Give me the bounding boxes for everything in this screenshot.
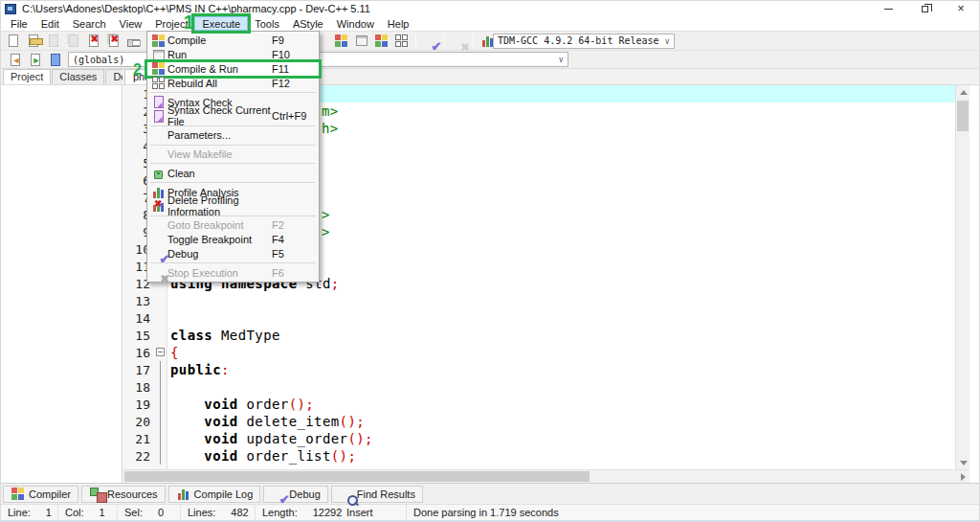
new-file-button[interactable]: [4, 33, 22, 50]
scroll-right-button[interactable]: [956, 470, 969, 483]
menu-item-label: Debug: [167, 248, 272, 260]
menu-item-rebuild-all[interactable]: Rebuild AllF12: [147, 76, 319, 90]
menu-item-icon-slot: [149, 48, 167, 61]
bottom-tab-compiler[interactable]: Compiler: [3, 486, 78, 503]
debug-check-button[interactable]: [421, 33, 439, 50]
scroll-up-button[interactable]: [956, 85, 970, 99]
vertical-scroll-thumb[interactable]: [957, 101, 969, 131]
fold-guide-line: [160, 447, 161, 465]
find-results-tab-icon: [339, 488, 353, 501]
menu-help[interactable]: Help: [381, 16, 416, 31]
close-file-button[interactable]: [84, 33, 102, 50]
status-value: 0: [158, 507, 164, 518]
bottom-tab-debug[interactable]: Debug: [263, 486, 327, 503]
menu-project[interactable]: Project: [148, 16, 194, 31]
run-button[interactable]: [352, 33, 370, 50]
restore-button[interactable]: [906, 1, 943, 16]
close-all-button[interactable]: [104, 33, 122, 50]
menu-item-parameters[interactable]: Parameters...: [147, 128, 319, 143]
goto-bookmark-button[interactable]: [46, 51, 64, 68]
status-cell-sel: Sel:0: [118, 505, 181, 520]
minimize-button[interactable]: [870, 1, 906, 16]
code-token: h>: [322, 121, 339, 136]
compile-button[interactable]: [332, 33, 350, 50]
project-panel: ProjectClassesDebug: [1, 69, 122, 483]
toolbar-separator: [444, 34, 445, 48]
rebuild-all-button[interactable]: [392, 33, 411, 50]
menu-item-shortcut: F5: [272, 248, 316, 260]
menu-item-compile-run[interactable]: Compile & RunF112: [147, 62, 319, 77]
status-label: Done parsing in 1.719 seconds: [413, 507, 559, 518]
menu-item-shortcut: F10: [272, 49, 316, 60]
menu-item-clean[interactable]: Clean: [147, 166, 319, 180]
menu-item-label: Goto Breakpoint: [167, 219, 272, 231]
compiler-profile-value: TDM-GCC 4.9.2 64-bit Release: [498, 35, 659, 46]
close-button[interactable]: ×: [943, 1, 979, 16]
menu-item-run[interactable]: RunF10: [147, 48, 319, 62]
menu-item-syntax-check-current-file[interactable]: Syntax Check Current FileCtrl+F9: [147, 109, 319, 124]
panel-tab-classes[interactable]: Classes: [52, 69, 104, 84]
profile-analysis-icon: [151, 186, 166, 199]
toggle-bookmark-button[interactable]: [26, 51, 44, 68]
gutter-line-15: 15: [122, 327, 167, 344]
horizontal-scroll-thumb[interactable]: [124, 471, 590, 482]
menu-item-compile[interactable]: CompileF9: [147, 34, 319, 48]
menu-item-toggle-breakpoint[interactable]: Toggle BreakpointF4: [147, 233, 319, 247]
code-token: MedType: [212, 328, 280, 343]
status-cell-insert: Insert: [340, 505, 407, 520]
menu-item-icon-slot: [149, 266, 167, 280]
print-icon: [126, 34, 141, 48]
print-button[interactable]: [124, 33, 143, 50]
code-line-13: [167, 292, 955, 309]
compiler-profile-select[interactable]: TDM-GCC 4.9.2 64-bit Release ∨: [493, 34, 675, 49]
fold-marker-icon[interactable]: −: [156, 348, 165, 356]
menu-item-debug[interactable]: DebugF5: [147, 246, 319, 261]
compile-run-button[interactable]: [372, 33, 390, 50]
menu-bar: FileEditSearchViewProjectExecute1ToolsAS…: [1, 16, 979, 31]
bottom-tab-resources[interactable]: Resources: [81, 486, 166, 503]
open-file-button[interactable]: [24, 33, 42, 50]
gutter-line-13: 13: [122, 292, 167, 309]
scroll-down-button[interactable]: [956, 456, 970, 469]
insert-button[interactable]: [6, 51, 24, 68]
triangle-down-icon: [960, 461, 968, 465]
code-token: [170, 448, 204, 464]
bottom-tab-compile-log[interactable]: Compile Log: [168, 486, 261, 503]
menu-execute[interactable]: Execute1: [194, 16, 248, 31]
chevron-down-icon: ∨: [661, 36, 670, 46]
menu-tools[interactable]: Tools: [248, 16, 286, 31]
gutter-line-17: 17: [122, 361, 167, 378]
menu-search[interactable]: Search: [66, 16, 113, 31]
menu-item-label: Toggle Breakpoint: [167, 234, 272, 245]
code-line-15: class MedType: [167, 327, 955, 344]
status-value: 482: [231, 507, 248, 518]
menu-item-label: Run: [167, 49, 272, 60]
panel-tab-project[interactable]: Project: [3, 69, 51, 84]
menu-item-icon-slot: [149, 199, 167, 213]
delete-profiling-icon: [151, 199, 166, 213]
vertical-scrollbar[interactable]: [955, 85, 969, 469]
menu-window[interactable]: Window: [330, 16, 381, 31]
bottom-tab-find-results[interactable]: Find Results: [331, 486, 423, 503]
bottom-tab-label: Resources: [107, 488, 158, 500]
code-token: >: [322, 224, 330, 239]
open-file-icon: [26, 34, 40, 48]
horizontal-scrollbar[interactable]: [122, 469, 969, 483]
menu-item-label: Stop Execution: [167, 267, 272, 279]
globals-select[interactable]: (globals): [68, 52, 153, 67]
code-token: order_list: [238, 448, 331, 464]
status-label: Length:: [262, 507, 298, 518]
menu-item-shortcut: F9: [272, 34, 316, 46]
menu-edit[interactable]: Edit: [34, 16, 66, 31]
menu-view[interactable]: View: [113, 16, 149, 31]
menu-item-icon-slot: [149, 247, 167, 261]
menu-item-delete-profiling-information[interactable]: Delete Profiling Information: [147, 199, 319, 214]
code-token: ();: [340, 414, 366, 429]
gutter-line-21: 21: [122, 430, 167, 447]
stop-execution-icon: [452, 34, 466, 48]
compiler-tab-icon: [11, 488, 25, 501]
menu-item-label: View Makefile: [167, 148, 272, 160]
bottom-tab-label: Find Results: [357, 488, 415, 500]
menu-file[interactable]: File: [4, 16, 34, 31]
menu-astyle[interactable]: AStyle: [286, 16, 330, 31]
